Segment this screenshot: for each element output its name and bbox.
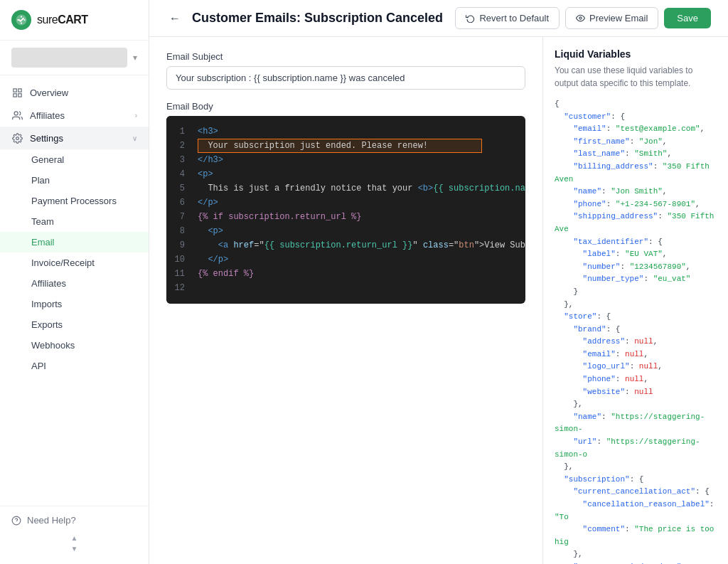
sidebar-item-overview[interactable]: Overview — [0, 81, 149, 104]
email-subject-input[interactable] — [166, 66, 525, 90]
save-button[interactable]: Save — [664, 8, 711, 28]
code-line-7: {% if subscription.return_url %} — [198, 210, 525, 224]
main-header: ← Customer Emails: Subscription Canceled… — [149, 0, 728, 37]
submenu-label-plan: Plan — [31, 175, 50, 186]
liquid-variables-title: Liquid Variables — [555, 48, 717, 60]
submenu-item-affiliates[interactable]: Affiliates — [0, 273, 149, 294]
submenu-item-invoice-receipt[interactable]: Invoice/Receipt — [0, 252, 149, 273]
sidebar: sureCART ▾ Overview Affiliates › Setting… — [0, 0, 149, 564]
line-num-11: 11 — [166, 267, 192, 281]
svg-point-3 — [17, 19, 18, 21]
affiliates-icon — [11, 110, 23, 121]
svg-rect-5 — [13, 88, 16, 91]
line-num-2: 2 — [166, 139, 192, 153]
email-content-area: Email Subject Email Body 1 2 3 4 5 6 7 8… — [149, 37, 728, 564]
svg-point-1 — [21, 16, 22, 17]
svg-rect-6 — [18, 88, 21, 91]
sidebar-item-affiliates-label: Affiliates — [30, 110, 128, 121]
code-line-8: <p> — [198, 224, 525, 238]
svg-point-4 — [23, 19, 25, 21]
code-line-1: <h3> — [198, 124, 525, 139]
code-line-4: <p> — [198, 167, 525, 181]
submenu-item-team[interactable]: Team — [0, 211, 149, 232]
avatar-placeholder — [11, 48, 127, 68]
submenu-label-invoice-receipt: Invoice/Receipt — [31, 257, 95, 268]
revert-icon — [466, 14, 475, 23]
page-title: Customer Emails: Subscription Canceled — [192, 11, 446, 26]
header-actions: Revert to Default Preview Email Save — [455, 7, 711, 29]
affiliates-chevron-icon: › — [135, 112, 137, 119]
code-line-12 — [198, 281, 525, 295]
line-num-10: 10 — [166, 252, 192, 267]
code-content[interactable]: <h3> Your subscription just ended. Pleas… — [192, 116, 525, 304]
submenu-item-plan[interactable]: Plan — [0, 170, 149, 191]
settings-chevron-icon: ∨ — [132, 134, 137, 142]
revert-label: Revert to Default — [479, 13, 549, 23]
submenu-item-email[interactable]: Email — [0, 232, 149, 252]
line-num-4: 4 — [166, 167, 192, 181]
sidebar-logo: sureCART — [0, 0, 149, 41]
sidebar-avatar-area[interactable]: ▾ — [0, 41, 149, 75]
submenu-item-webhooks[interactable]: Webhooks — [0, 335, 149, 356]
liquid-variables-panel: Liquid Variables You can use these liqui… — [543, 37, 728, 564]
line-numbers: 1 2 3 4 5 6 7 8 9 10 11 12 — [166, 116, 192, 304]
line-num-3: 3 — [166, 153, 192, 167]
settings-submenu: General Plan Payment Processors Team Ema… — [0, 149, 149, 376]
line-num-8: 8 — [166, 224, 192, 238]
back-button[interactable]: ← — [166, 9, 183, 28]
submenu-label-webhooks: Webhooks — [31, 340, 75, 351]
code-line-6: </p> — [198, 196, 525, 210]
revert-to-default-button[interactable]: Revert to Default — [455, 7, 560, 29]
scroll-down-arrow[interactable]: ▼ — [71, 545, 78, 553]
submenu-label-api: API — [31, 361, 46, 371]
need-help-label: Need Help? — [27, 515, 76, 526]
line-num-1: 1 — [166, 124, 192, 139]
svg-point-9 — [14, 111, 18, 115]
email-body-label: Email Body — [166, 101, 525, 112]
svg-point-10 — [16, 137, 18, 139]
line-num-5: 5 — [166, 181, 192, 196]
code-editor[interactable]: 1 2 3 4 5 6 7 8 9 10 11 12 <h3> — [166, 116, 525, 304]
svg-point-13 — [579, 17, 582, 19]
line-num-9: 9 — [166, 238, 192, 252]
submenu-item-exports[interactable]: Exports — [0, 314, 149, 335]
code-line-11: {% endif %} — [198, 267, 525, 281]
submenu-label-affiliates: Affiliates — [31, 278, 66, 289]
code-line-2: Your subscription just ended. Please ren… — [198, 139, 525, 153]
sidebar-item-overview-label: Overview — [30, 87, 137, 98]
submenu-item-imports[interactable]: Imports — [0, 294, 149, 314]
code-line-5: This is just a friendly notice that your… — [198, 181, 525, 196]
sidebar-item-settings-label: Settings — [30, 133, 125, 144]
line-num-12: 12 — [166, 281, 192, 295]
need-help-link[interactable]: Need Help? — [11, 515, 137, 526]
code-line-9: <a href="{{ subscription.return_url }}" … — [198, 238, 525, 252]
chevron-down-icon: ▾ — [133, 53, 137, 63]
eye-icon — [576, 14, 585, 23]
code-line-3: </h3> — [198, 153, 525, 167]
sidebar-item-affiliates-top[interactable]: Affiliates › — [0, 104, 149, 127]
email-subject-label: Email Subject — [166, 51, 525, 62]
liquid-variables-description: You can use these liquid variables to ou… — [555, 64, 717, 90]
svg-rect-8 — [18, 93, 21, 96]
submenu-item-api[interactable]: API — [0, 356, 149, 376]
scroll-up-arrow[interactable]: ▲ — [71, 534, 78, 542]
submenu-label-imports: Imports — [31, 299, 62, 309]
preview-email-button[interactable]: Preview Email — [565, 7, 658, 29]
submenu-item-general[interactable]: General — [0, 149, 149, 170]
svg-point-2 — [21, 22, 22, 23]
sidebar-footer: Need Help? ▲ ▼ — [0, 506, 149, 564]
svg-rect-7 — [13, 93, 16, 96]
submenu-label-payment-processors: Payment Processors — [31, 196, 117, 206]
line-num-7: 7 — [166, 210, 192, 224]
json-block: { "customer": { "email": "test@example.c… — [555, 98, 717, 564]
settings-icon — [11, 132, 23, 144]
submenu-label-team: Team — [31, 216, 54, 227]
submenu-item-payment-processors[interactable]: Payment Processors — [0, 191, 149, 211]
logo-icon — [11, 10, 31, 30]
line-num-6: 6 — [166, 196, 192, 210]
save-label: Save — [677, 13, 698, 23]
sidebar-item-settings[interactable]: Settings ∨ — [0, 127, 149, 149]
preview-label: Preview Email — [589, 13, 648, 23]
logo-text: sureCART — [37, 14, 88, 26]
submenu-label-exports: Exports — [31, 319, 63, 330]
